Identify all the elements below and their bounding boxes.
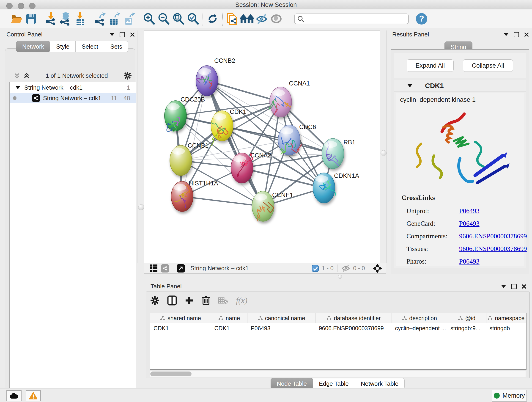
table-cell[interactable]: CDK1	[211, 323, 248, 333]
grid-view-icon[interactable]	[149, 264, 158, 273]
import-table-file-button[interactable]	[73, 12, 88, 26]
import-network-file-button[interactable]	[44, 12, 58, 26]
zoom-in-button[interactable]	[142, 12, 156, 26]
node-CDC6[interactable]: CDC6	[278, 123, 316, 155]
panel-menu-icon[interactable]	[501, 285, 506, 288]
help-button[interactable]: ?	[414, 12, 429, 26]
column-header-@id[interactable]: @id	[447, 313, 486, 323]
tab-network[interactable]: Network	[16, 41, 50, 52]
table-cell[interactable]: 9606.ENSP00000378699	[316, 323, 392, 333]
table-cell[interactable]: stringdb	[486, 323, 526, 333]
crosslink-link[interactable]: P06493	[459, 258, 480, 265]
tab-select[interactable]: Select	[76, 41, 104, 52]
panel-menu-icon[interactable]	[504, 33, 509, 36]
open-session-button[interactable]	[9, 12, 24, 26]
table-cell[interactable]: CDK1	[150, 323, 211, 333]
birdseye-navigator-icon[interactable]	[373, 264, 382, 273]
tab-edge-table[interactable]: Edge Table	[313, 378, 355, 389]
export-table-icon	[108, 12, 121, 26]
network-canvas[interactable]: CCNB2CCNA1CDC25BCDK1CDC6RB1CCNB1CCNA2CDK…	[144, 31, 380, 263]
table-cell[interactable]: P06493	[247, 323, 316, 333]
close-panel-icon[interactable]	[524, 32, 529, 37]
tab-network-table[interactable]: Network Table	[355, 378, 405, 389]
export-image-button[interactable]	[122, 12, 137, 26]
node-HIST1H1A[interactable]: HIST1H1A	[171, 180, 218, 211]
node-label-CDKN1A: CDKN1A	[334, 172, 359, 179]
node-CDKN1A[interactable]: CDKN1A	[313, 172, 359, 203]
edge-HIST1H1A-CCNE1[interactable]	[182, 196, 263, 206]
tab-node-table[interactable]: Node Table	[271, 378, 313, 389]
left-splitter-handle[interactable]	[138, 204, 144, 210]
column-header-shared-name[interactable]: shared name	[150, 313, 211, 323]
left-splitter[interactable]	[137, 31, 145, 263]
float-panel-icon[interactable]	[511, 284, 517, 289]
tab-style[interactable]: Style	[50, 41, 76, 52]
column-header-description[interactable]: description	[392, 313, 447, 323]
cloud-status-button[interactable]	[6, 390, 22, 401]
export-network-button[interactable]	[93, 12, 107, 26]
zoom-selected-button[interactable]	[186, 12, 200, 26]
crosslink-link[interactable]: P06493	[459, 220, 480, 227]
crosslink-link[interactable]: 9606.ENSP00000378699	[459, 245, 527, 253]
network-view-icon[interactable]	[161, 264, 169, 273]
detach-view-icon[interactable]	[177, 264, 185, 273]
hidden-eye-slash-icon[interactable]	[341, 264, 350, 272]
zoom-fit-button[interactable]	[171, 12, 186, 26]
horizontal-splitter-handle[interactable]	[338, 275, 342, 279]
panel-menu-icon[interactable]	[109, 33, 114, 36]
memory-button[interactable]: Memory	[492, 390, 527, 402]
table-row[interactable]: CDK1CDK1P064939606.ENSP00000378699cyclin…	[150, 323, 526, 333]
houses-button[interactable]	[240, 12, 254, 26]
close-panel-icon[interactable]	[130, 32, 135, 37]
save-session-button[interactable]	[24, 12, 38, 26]
refresh-layout-button[interactable]	[205, 12, 220, 26]
table-cell[interactable]: cyclin–dependent ...	[392, 323, 447, 333]
column-header-namespace[interactable]: namespace	[486, 313, 526, 323]
expander-icon[interactable]	[16, 86, 20, 89]
expand-all-icon[interactable]	[23, 72, 30, 79]
node-CCNB2[interactable]: CCNB2	[196, 57, 235, 96]
show-columns-icon[interactable]	[167, 295, 177, 306]
delete-column-icon[interactable]	[202, 295, 210, 306]
scrollbar-handle[interactable]	[150, 371, 191, 376]
add-column-icon[interactable]	[185, 296, 194, 305]
horizontal-splitter[interactable]	[144, 274, 532, 282]
import-network-database-button[interactable]	[58, 12, 73, 26]
column-header-database-identifier[interactable]: database identifier	[316, 313, 392, 323]
warnings-button[interactable]	[26, 390, 41, 401]
search-input[interactable]	[294, 13, 409, 24]
float-panel-icon[interactable]	[514, 32, 519, 37]
show-all-eye-button[interactable]	[269, 12, 284, 26]
selected-checkbox-icon[interactable]	[312, 265, 319, 272]
network-row[interactable]: String Network – cdk1 11 48	[10, 93, 136, 103]
export-table-button[interactable]	[107, 12, 122, 26]
node-CDC25B[interactable]: CDC25B	[165, 96, 205, 132]
first-neighbors-button[interactable]	[225, 12, 240, 26]
gene-section-header[interactable]: CDK1	[394, 80, 526, 91]
hide-selected-button[interactable]	[254, 12, 269, 26]
zoom-out-button[interactable]	[156, 12, 171, 26]
column-type-icon	[258, 316, 263, 321]
gear-icon[interactable]	[150, 296, 159, 305]
float-panel-icon[interactable]	[120, 32, 125, 37]
node-table[interactable]: shared namenamecanonical namedatabase id…	[150, 313, 526, 370]
node-CCNE1[interactable]: CCNE1	[252, 191, 293, 221]
right-splitter[interactable]	[380, 31, 387, 263]
crosslink-link[interactable]: P06493	[459, 207, 480, 215]
edge-CCNB2-CCNE1[interactable]	[207, 81, 263, 206]
collapse-all-icon[interactable]	[13, 72, 20, 79]
right-splitter-handle[interactable]	[380, 150, 386, 156]
expander-icon[interactable]	[408, 84, 412, 87]
gear-icon[interactable]	[123, 71, 132, 80]
network-collection-row[interactable]: String Network – cdk1 1	[10, 82, 136, 93]
column-header-canonical-name[interactable]: canonical name	[247, 313, 316, 323]
table-horizontal-scrollbar[interactable]	[150, 370, 526, 377]
close-panel-icon[interactable]	[522, 284, 526, 289]
collapse-all-button[interactable]: Collapse All	[463, 59, 513, 72]
expand-all-button[interactable]: Expand All	[407, 59, 454, 72]
node-RB1[interactable]: RB1	[322, 138, 355, 169]
crosslink-link[interactable]: 9606.ENSP00000378699	[459, 232, 527, 240]
column-header-name[interactable]: name	[211, 313, 248, 323]
tab-sets[interactable]: Sets	[104, 41, 128, 52]
table-cell[interactable]: stringdb:9...	[447, 323, 486, 333]
